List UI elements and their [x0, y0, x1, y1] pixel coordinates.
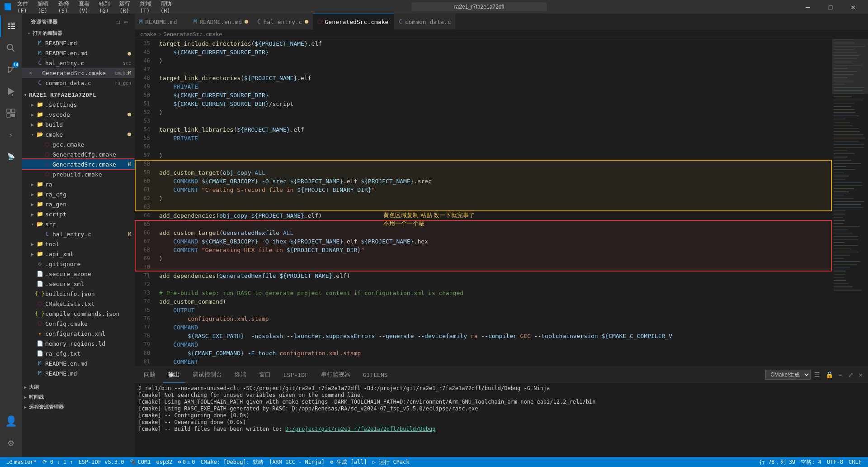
file-readme-en-project[interactable]: ▶ M README.en.md [22, 358, 135, 368]
tab-generatedsrc[interactable]: ⬡ GeneratedSrc.cmake ✕ [313, 14, 394, 29]
breadcrumb: cmake > GeneratedSrc.cmake [135, 29, 868, 39]
xml-label: .secure_xml [45, 281, 131, 287]
panel-icon-maximize[interactable]: ⤢ [846, 370, 855, 379]
maximize-button[interactable]: ❐ [820, 0, 841, 14]
folder-settings[interactable]: ▶ 📁 .settings [22, 100, 135, 110]
activity-explorer[interactable] [0, 15, 22, 37]
status-eol[interactable]: CRLF [846, 457, 864, 467]
file-generatedsrc-tree[interactable]: ▶ ⬡ GeneratedSrc.cmake M [22, 159, 135, 169]
tab-readme-en[interactable]: M README.en.md [189, 14, 253, 29]
file-configuration-xml[interactable]: ▶ ✦ configuration.xml [22, 329, 135, 338]
open-file-readme-en[interactable]: M README.en.md ● [22, 48, 135, 58]
code-editor[interactable]: 黄色区域复制 粘贴 改一下就完事了不用一个一个敲 35 target_inclu… [135, 39, 832, 367]
log-link-build[interactable]: D:/project/git/ra2e1_r7fa2e1a72dfl/build… [285, 426, 435, 432]
activity-run[interactable] [0, 81, 22, 102]
file-hal-entry-tree[interactable]: ▶ C hal_entry.c M [22, 229, 135, 239]
activity-esp-idf[interactable]: ⚡ [0, 124, 22, 146]
minimize-button[interactable]: — [797, 0, 818, 14]
section-timeline[interactable]: ▶ 时间线 [22, 392, 135, 402]
status-run-cpack[interactable]: ▷ 运行 CPack [370, 457, 412, 467]
tool-label: tool [45, 241, 131, 248]
panel-icon-more[interactable]: ⋯ [837, 370, 844, 379]
search-input[interactable] [411, 2, 547, 11]
folder-ra-gen[interactable]: ▶ 📁 ra_gen [22, 199, 135, 209]
open-file-readme[interactable]: M README.md [22, 38, 135, 48]
activity-source-control[interactable]: 14 [0, 59, 22, 81]
folder-ra-cfg[interactable]: ▶ 📁 ra_cfg [22, 189, 135, 199]
breadcrumb-generatedsrc[interactable]: GeneratedSrc.cmake [163, 31, 222, 38]
folder-src[interactable]: ▾ 📂 src [22, 219, 135, 229]
folder-script[interactable]: ▶ 📁 script [22, 209, 135, 219]
file-compile-commands[interactable]: ▶ { } compile_commands.json [22, 309, 135, 319]
activity-search[interactable] [0, 37, 22, 59]
panel-tab-output[interactable]: 输出 [163, 367, 185, 383]
src-arrow-folder: ▾ [29, 222, 36, 227]
activity-remote[interactable]: 📡 [0, 146, 22, 167]
panel-tab-terminal[interactable]: 终端 [229, 367, 252, 383]
panel-tab-esp-idf[interactable]: ESP-IDF [278, 367, 314, 383]
panel-tab-window[interactable]: 窗口 [254, 367, 276, 383]
breadcrumb-cmake[interactable]: cmake [140, 31, 156, 38]
tab-hal-entry[interactable]: C hal_entry.c [253, 14, 313, 29]
panel-dropdown[interactable]: CMake/生成 [765, 370, 811, 380]
open-file-generatedsrc[interactable]: ✕ ⬡ GeneratedSrc.cmake cmake M [22, 68, 135, 78]
activity-extensions[interactable] [0, 102, 22, 124]
panel-tab-problems[interactable]: 问题 [138, 367, 161, 383]
panel-tab-gitlens[interactable]: GITLENS [358, 367, 393, 383]
folder-cmake[interactable]: ▾ 📂 cmake [22, 129, 135, 139]
file-config-cmake[interactable]: ▶ ⬡ Config.cmake [22, 319, 135, 329]
file-readme-project[interactable]: ▶ M README.md [22, 368, 135, 378]
status-branch[interactable]: ⎇ master* [4, 457, 40, 467]
status-task[interactable]: ⚙ 生成 [all] [327, 457, 370, 467]
section-outline[interactable]: ▶ 大纲 [22, 382, 135, 392]
open-file-common-data[interactable]: C common_data.c ra_gen [22, 78, 135, 88]
folder-ra[interactable]: ▶ 📁 ra [22, 179, 135, 189]
status-position[interactable]: 行 78，列 39 [757, 457, 798, 467]
status-arm-gcc[interactable]: [ARM GCC - Ninja] [266, 457, 327, 467]
open-file-hal-entry[interactable]: C hal_entry.c src [22, 58, 135, 68]
status-board[interactable]: esp32 [153, 457, 175, 467]
panel-tab-debug[interactable]: 调试控制台 [187, 367, 227, 383]
breadcrumb-sep: > [158, 31, 161, 38]
panel-tab-serial[interactable]: 串行监视器 [316, 367, 356, 383]
file-memory-regions[interactable]: ▶ 📄 memory_regions.ld [22, 338, 135, 348]
status-errors[interactable]: ⊗ 0 ⚠ 0 [175, 457, 198, 467]
panel-icon-list[interactable]: ☰ [812, 370, 822, 379]
status-sync[interactable]: ⟳ 0 ↓ 1 ↑ [40, 457, 76, 467]
file-gitignore[interactable]: ▶ ⚙ .gitignore [22, 259, 135, 269]
close-button[interactable]: ✕ [843, 0, 863, 14]
status-bar: ⎇ master* ⟳ 0 ↓ 1 ↑ ESP-IDF v5.3.0 🔌 COM… [0, 457, 868, 467]
file-gcc-cmake[interactable]: ▶ ⬡ gcc.cmake [22, 139, 135, 149]
status-right: 行 78，列 39 空格: 4 UTF-8 CRLF [757, 457, 864, 467]
file-secure-azone[interactable]: ▶ 📄 .secure_azone [22, 269, 135, 279]
folder-build[interactable]: ▶ 📁 build [22, 119, 135, 129]
panel-icon-close[interactable]: ✕ [857, 370, 864, 379]
sidebar-icon-split[interactable]: ◻ [115, 17, 121, 26]
tab-common-data[interactable]: C common_data.c [394, 14, 455, 29]
status-esp-idf[interactable]: ESP-IDF v5.3.0 [75, 457, 127, 467]
panel-icon-lock[interactable]: 🔒 [824, 370, 835, 379]
project-root[interactable]: ▾ RA2E1_R7FA2E1A72DFL [22, 90, 135, 100]
section-open-editors[interactable]: ▾ 打开的编辑器 [22, 28, 135, 38]
folder-vscode[interactable]: ▶ 📁 .vscode [22, 110, 135, 119]
status-encoding[interactable]: UTF-8 [824, 457, 846, 467]
folder-api-xml[interactable]: ▶ 📁 .api_xml [22, 249, 135, 259]
file-secure-xml[interactable]: ▶ 📄 .secure_xml [22, 279, 135, 289]
tab-icon-common: C [399, 19, 402, 25]
section-remote[interactable]: ▶ 远程资源管理器 [22, 402, 135, 412]
folder-tool[interactable]: ▶ 📁 tool [22, 239, 135, 249]
tab-readme[interactable]: M README.md [135, 14, 189, 29]
sidebar-icon-more[interactable]: ⋯ [123, 17, 129, 26]
close-tab-icon[interactable]: ✕ [29, 70, 32, 76]
file-ra-cfg-txt[interactable]: ▶ 📄 ra_cfg.txt [22, 348, 135, 358]
activity-settings[interactable]: ⚙ [0, 432, 22, 453]
status-cmake[interactable]: CMake: [Debug]: 就绪 [198, 457, 267, 467]
status-spaces[interactable]: 空格: 4 [798, 457, 824, 467]
file-buildinfo[interactable]: ▶ { } buildinfo.json [22, 289, 135, 299]
file-cmakelists[interactable]: ▶ ⬡ CMakeLists.txt [22, 299, 135, 309]
file-prebuild[interactable]: ▶ ⬡ prebuild.cmake [22, 169, 135, 179]
code-line-75: 75 OUTPUT [135, 306, 832, 315]
status-com[interactable]: 🔌 COM1 [127, 457, 154, 467]
activity-account[interactable]: 👤 [0, 410, 22, 432]
file-generatedcfg[interactable]: ▶ ⬡ GeneratedCfg.cmake [22, 149, 135, 159]
